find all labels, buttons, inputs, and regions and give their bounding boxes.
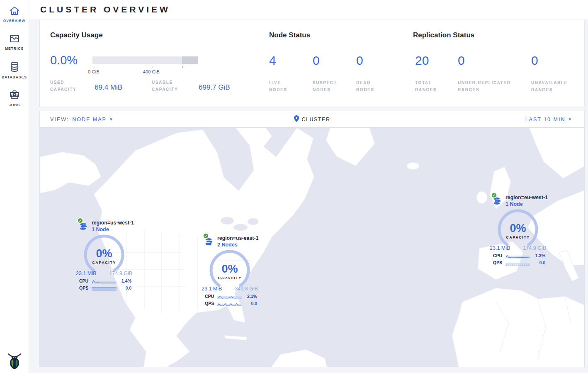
sidebar-item-databases[interactable]: DATABASES (0, 56, 29, 84)
dead-nodes-value: 0 (356, 54, 381, 68)
capacity-percent: 0% (96, 247, 112, 260)
view-bar: VIEW: NODE MAP ▾ CLUSTER LAST 10 MIN ▾ (39, 111, 585, 128)
cpu-sparkline (92, 278, 117, 283)
metrics-icon (9, 34, 20, 44)
cpu-value: 1.4% (117, 278, 131, 283)
sidebar-item-label: JOBS (9, 103, 20, 107)
locality-node-count: 1 Node (505, 201, 548, 207)
view-label: VIEW: (50, 117, 69, 122)
view-value: NODE MAP (72, 117, 107, 122)
suspect-nodes-value: 0 (313, 54, 343, 68)
cpu-sparkline (505, 253, 530, 258)
qps-sparkline (217, 301, 242, 305)
sidebar: OVERVIEW METRICS DATABASES JOBS (0, 0, 29, 373)
cpu-label: CPU (79, 278, 92, 283)
total-ranges-stat: 20 TOTAL RANGES (415, 54, 444, 93)
under-replicated-ranges-value: 0 (458, 54, 520, 68)
top-bar: CLUSTER OVERVIEW (29, 0, 588, 19)
unavailable-ranges-stat: 0 UNAVAILABLE RANGES (531, 54, 577, 93)
cpu-label: CPU (205, 294, 217, 299)
sidebar-item-label: OVERVIEW (3, 19, 26, 23)
capacity-gauge: 0% CAPACITY (497, 209, 539, 250)
sidebar-item-overview[interactable]: OVERVIEW (0, 0, 29, 28)
chevron-down-icon: ▾ (110, 117, 112, 122)
node-map: ✓ region=us-west-1 1 Node 0% CAPACITY 23… (39, 128, 585, 367)
qps-label: QPS (493, 260, 505, 265)
sidebar-item-label: DATABASES (2, 75, 27, 79)
capacity-used-percent: 0.0% (50, 54, 78, 67)
time-range-selector[interactable]: LAST 10 MIN ▾ (525, 117, 571, 122)
capacity-label: CAPACITY (218, 276, 241, 280)
database-stack-icon (79, 222, 88, 232)
status-ok-icon: ✓ (203, 233, 209, 239)
capacity-bar (92, 56, 198, 64)
live-nodes-stat: 4 LIVE NODES (269, 54, 298, 93)
axis-tick (153, 66, 153, 68)
database-icon (10, 61, 19, 72)
capacity-bar-nonusable-segment (182, 56, 198, 64)
home-icon (9, 6, 20, 16)
status-ok-icon: ✓ (491, 192, 497, 198)
cluster-summary-panel: Capacity Usage Node Status Replication S… (39, 20, 585, 107)
capacity-usage-title: Capacity Usage (50, 31, 103, 39)
view-selector[interactable]: VIEW: NODE MAP ▾ (50, 117, 112, 122)
cockroachdb-logo (0, 351, 29, 370)
map-pin-icon (294, 115, 299, 123)
unavailable-ranges-label: UNAVAILABLE RANGES (531, 79, 577, 93)
total-ranges-value: 20 (415, 54, 444, 68)
under-replicated-ranges-stat: 0 UNDER-REPLICATED RANGES (458, 54, 520, 93)
locality-node-count: 2 Nodes (217, 242, 259, 248)
locality-region: region=us-east-1 (217, 235, 259, 241)
breadcrumb-label: CLUSTER (302, 117, 330, 122)
locality-us-east-1[interactable]: ✓ region=us-east-1 2 Nodes 0% CAPACITY 2… (201, 234, 259, 306)
used-capacity-label: USED CAPACITY (50, 79, 83, 93)
status-ok-icon: ✓ (77, 217, 83, 224)
capacity-label: CAPACITY (92, 261, 116, 265)
sidebar-item-metrics[interactable]: METRICS (0, 28, 29, 56)
suspect-nodes-stat: 0 SUSPECT NODES (313, 54, 343, 93)
locality-region: region=eu-west-1 (505, 195, 548, 200)
cpu-value: 1.3% (530, 253, 545, 258)
dead-nodes-label: DEAD NODES (356, 79, 381, 93)
usable-capacity-value: 699.7 GiB (199, 83, 230, 92)
axis-tick (123, 66, 123, 68)
capacity-percent: 0% (221, 263, 238, 275)
axis-tick (182, 66, 183, 68)
capacity-label: CAPACITY (506, 235, 530, 239)
axis-tick-label: 400 GiB (143, 69, 160, 74)
node-status-title: Node Status (269, 31, 310, 39)
database-stack-icon (493, 197, 502, 207)
map-breadcrumb[interactable]: CLUSTER (294, 115, 330, 123)
time-range-value: LAST 10 MIN (525, 117, 566, 122)
locality-us-west-1[interactable]: ✓ region=us-west-1 1 Node 0% CAPACITY 23… (75, 219, 133, 290)
locality-region: region=us-west-1 (92, 220, 134, 226)
sidebar-item-label: METRICS (5, 46, 24, 51)
axis-tick (93, 66, 93, 68)
qps-value: 0.0 (242, 301, 257, 306)
replication-status-title: Replication Status (413, 31, 474, 39)
cpu-value: 2.1% (242, 294, 257, 299)
cpu-sparkline (217, 294, 242, 298)
capacity-gauge: 0% CAPACITY (209, 249, 250, 291)
qps-sparkline (92, 285, 117, 290)
dead-nodes-stat: 0 DEAD NODES (356, 54, 381, 93)
qps-label: QPS (79, 285, 92, 290)
unavailable-ranges-value: 0 (531, 54, 577, 68)
locality-eu-west-1[interactable]: ✓ region=eu-west-1 1 Node 0% CAPACITY 23… (489, 194, 547, 265)
qps-label: QPS (205, 301, 217, 306)
live-nodes-label: LIVE NODES (269, 79, 298, 93)
usable-capacity-label: USABLE CAPACITY (152, 79, 184, 93)
suspect-nodes-label: SUSPECT NODES (313, 79, 343, 93)
page-title: CLUSTER OVERVIEW (40, 5, 170, 15)
qps-value: 0.0 (117, 285, 131, 290)
axis-tick-label: 0 GiB (88, 69, 100, 74)
capacity-percent: 0% (510, 222, 526, 235)
cpu-label: CPU (493, 253, 505, 258)
locality-node-count: 1 Node (92, 227, 134, 232)
total-ranges-label: TOTAL RANGES (415, 79, 444, 93)
qps-sparkline (505, 260, 530, 265)
database-stack-icon (205, 238, 214, 248)
sidebar-item-jobs[interactable]: JOBS (0, 84, 29, 112)
used-capacity-value: 69.4 MiB (95, 83, 122, 92)
qps-value: 0.0 (530, 260, 545, 265)
